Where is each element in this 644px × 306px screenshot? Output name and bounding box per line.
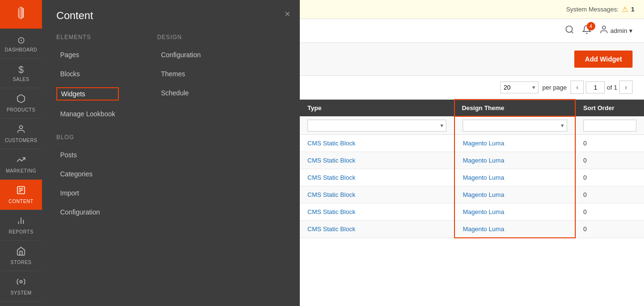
sidebar-item-stores[interactable]: STORES [0, 241, 42, 271]
flyout-columns: Elements Pages Blocks Widgets Manage Loo… [56, 34, 285, 225]
cell-sort-order: 0 [575, 152, 644, 169]
sidebar-item-content[interactable]: CONTENT [0, 180, 42, 210]
admin-label: admin [611, 27, 627, 34]
table-header-row: Type Design Theme Sort Order [300, 100, 644, 116]
sidebar-item-sales[interactable]: $ SALES [0, 59, 42, 88]
header-bar: 4 admin ▾ [300, 19, 644, 43]
sidebar-item-label-customers: CUSTOMERS [2, 138, 40, 143]
sidebar-item-label-reports: REPORTS [2, 229, 40, 235]
per-page-select-wrap[interactable]: 20 30 50 ▼ [500, 82, 538, 93]
prev-page-button[interactable]: ‹ [570, 81, 584, 94]
sidebar-item-label-stores: STORES [2, 260, 40, 265]
filter-type-cell: ▼ [300, 116, 454, 135]
cell-sort-order: 0 [575, 186, 644, 204]
system-messages-count: 1 [631, 6, 634, 13]
notifications-bell[interactable]: 4 [582, 25, 591, 37]
cell-design-theme[interactable]: Magento Luma [454, 221, 575, 238]
page-of-label: of 1 [607, 84, 617, 91]
add-widget-button[interactable]: Add Widget [574, 51, 633, 68]
sidebar-item-dashboard[interactable]: ⊙ DASHBOARD [0, 29, 42, 59]
admin-user-menu[interactable]: admin ▾ [599, 25, 633, 37]
cell-type[interactable]: CMS Static Block [300, 186, 454, 204]
cell-design-theme[interactable]: Magento Luma [454, 169, 575, 186]
table-toolbar: 20 30 50 ▼ per page ‹ 1 of 1 › [300, 76, 644, 99]
cell-design-theme[interactable]: Magento Luma [454, 186, 575, 204]
flyout-link-manage-lookbook[interactable]: Manage Lookbook [56, 108, 119, 120]
svg-point-15 [602, 26, 605, 30]
filter-design-theme-cell: ▼ [454, 116, 575, 135]
col-header-sort-order: Sort Order [575, 100, 644, 116]
svg-point-12 [20, 281, 22, 283]
cell-sort-order: 0 [575, 169, 644, 186]
widgets-table-wrap: Type Design Theme Sort Order [300, 99, 644, 306]
flyout-close-button[interactable]: × [285, 9, 290, 20]
widgets-table: Type Design Theme Sort Order [300, 99, 644, 238]
reports-icon [2, 216, 40, 228]
cell-design-theme[interactable]: Magento Luma [454, 152, 575, 169]
table-row: CMS Static BlockMagento Luma0 [300, 152, 644, 169]
flyout-title: Content [56, 10, 285, 22]
cell-design-theme[interactable]: Magento Luma [454, 204, 575, 221]
search-icon[interactable] [565, 25, 574, 37]
cell-type[interactable]: CMS Static Block [300, 221, 454, 238]
flyout-blog-section: Blog Posts Categories Import Configurati… [56, 134, 119, 218]
cell-sort-order: 0 [575, 204, 644, 221]
cell-type[interactable]: CMS Static Block [300, 135, 454, 152]
sidebar-item-customers[interactable]: CUSTOMERS [0, 119, 42, 149]
sidebar-item-reports[interactable]: REPORTS [0, 210, 42, 241]
cell-type[interactable]: CMS Static Block [300, 169, 454, 186]
warning-icon: ⚠ [622, 5, 628, 14]
per-page-select[interactable]: 20 30 50 [501, 82, 538, 93]
filter-design-theme-select[interactable] [463, 120, 566, 131]
next-page-button[interactable]: › [619, 81, 633, 94]
cell-sort-order: 0 [575, 221, 644, 238]
table-row: CMS Static BlockMagento Luma0 [300, 169, 644, 186]
sidebar-item-system[interactable]: SYSTEM [0, 271, 42, 302]
table-row: CMS Static BlockMagento Luma0 [300, 221, 644, 238]
per-page-label: per page [542, 84, 567, 91]
flyout-elements-heading: Elements [56, 34, 119, 41]
flyout-link-themes[interactable]: Themes [157, 68, 204, 80]
svg-point-13 [566, 26, 572, 32]
icon-sidebar: ⊙ DASHBOARD $ SALES PRODUCTS CUSTOMERS [0, 0, 42, 306]
sidebar-item-marketing[interactable]: MARKETING [0, 149, 42, 180]
flyout-link-schedule[interactable]: Schedule [157, 87, 204, 99]
cell-type[interactable]: CMS Static Block [300, 152, 454, 169]
pagination-controls: ‹ 1 of 1 › [570, 81, 633, 94]
dashboard-icon: ⊙ [2, 34, 40, 46]
svg-line-14 [571, 31, 573, 33]
flyout-link-blocks[interactable]: Blocks [56, 68, 119, 80]
flyout-link-pages[interactable]: Pages [56, 49, 119, 61]
filter-sort-order-input[interactable] [583, 120, 636, 132]
marketing-icon [2, 155, 40, 167]
flyout-link-configuration[interactable]: Configuration [157, 49, 204, 61]
filter-sort-order-cell [575, 116, 644, 135]
sidebar-item-label-products: PRODUCTS [2, 107, 40, 112]
table-row: CMS Static BlockMagento Luma0 [300, 204, 644, 221]
flyout-design-heading: Design [157, 34, 204, 41]
flyout-link-blog-configuration[interactable]: Configuration [56, 206, 119, 218]
admin-dropdown-icon: ▾ [629, 27, 633, 34]
table-filter-row: ▼ ▼ [300, 116, 644, 135]
flyout-col-design: Design Configuration Themes Schedule [157, 34, 204, 225]
flyout-link-import[interactable]: Import [56, 187, 119, 199]
cell-design-theme[interactable]: Magento Luma [454, 135, 575, 152]
svg-marker-2 [21, 7, 23, 19]
current-page-input[interactable]: 1 [586, 82, 605, 93]
admin-avatar-icon [599, 25, 609, 37]
sidebar-item-products[interactable]: PRODUCTS [0, 88, 42, 119]
logo-area[interactable] [0, 0, 42, 29]
system-icon [2, 277, 40, 289]
filter-type-select[interactable] [308, 120, 446, 131]
table-row: CMS Static BlockMagento Luma0 [300, 135, 644, 152]
flyout-link-posts[interactable]: Posts [56, 149, 119, 161]
system-messages: System Messages: ⚠ 1 [566, 5, 634, 14]
cell-sort-order: 0 [575, 135, 644, 152]
cell-type[interactable]: CMS Static Block [300, 204, 454, 221]
filter-design-theme-select-wrap[interactable]: ▼ [463, 120, 567, 132]
flyout-link-widgets[interactable]: Widgets [56, 87, 119, 101]
filter-type-select-wrap[interactable]: ▼ [307, 120, 446, 132]
products-icon [2, 94, 40, 106]
flyout-link-categories[interactable]: Categories [56, 168, 119, 180]
col-header-type: Type [300, 100, 454, 116]
